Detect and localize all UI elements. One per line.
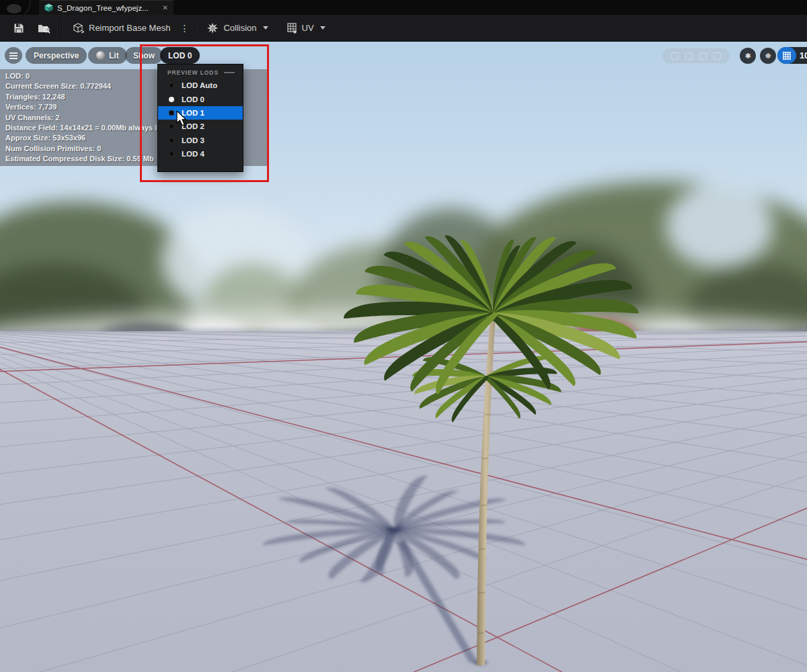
main-toolbar: Reimport Base Mesh ⋮ Collision UV — [0, 15, 807, 42]
perspective-label: Perspective — [34, 51, 79, 60]
screenshot-icon: ✱ — [744, 52, 751, 60]
browse-to-asset-button[interactable] — [31, 15, 57, 42]
chevron-down-icon — [320, 26, 325, 30]
save-button[interactable] — [7, 15, 31, 42]
reimport-mesh-icon — [73, 23, 84, 34]
uv-dropdown-button[interactable]: UV — [280, 15, 332, 42]
browse-folder-icon — [38, 23, 50, 34]
scale-tool-icon[interactable] — [714, 52, 721, 60]
chevron-down-icon — [263, 26, 268, 30]
tree-trunk — [477, 305, 496, 665]
screenshot-button[interactable]: ✱ — [740, 48, 756, 64]
collision-burst-icon — [207, 23, 219, 34]
viewport-menu-button[interactable] — [5, 47, 22, 64]
lit-bulb-icon — [96, 51, 105, 60]
lit-label: Lit — [109, 51, 119, 60]
reimport-base-mesh-label: Reimport Base Mesh — [89, 23, 170, 33]
move-tool-icon[interactable] — [685, 52, 693, 60]
transform-tools-group-disabled — [662, 48, 730, 63]
grid-snap-toggle[interactable] — [777, 47, 796, 64]
tab-bar: S_Dragon_Tree_wfypejz... ✕ — [0, 0, 807, 15]
uv-label: UV — [302, 23, 314, 33]
close-icon[interactable]: ✕ — [163, 4, 168, 11]
camera-speed-control[interactable]: 10 — [777, 47, 807, 64]
lit-mode-button[interactable]: Lit — [88, 47, 127, 64]
mouse-cursor — [176, 111, 191, 128]
tab-title: S_Dragon_Tree_wfypejz... — [57, 4, 149, 12]
reimport-options-kebab-icon[interactable]: ⋮ — [177, 23, 192, 34]
toolbar-separator — [196, 19, 196, 37]
select-tool-icon[interactable] — [671, 52, 679, 60]
particles-icon: ❋ — [765, 52, 771, 60]
save-icon — [13, 23, 24, 34]
rotate-tool-icon[interactable] — [699, 52, 707, 60]
reimport-base-mesh-button[interactable]: Reimport Base Mesh — [66, 15, 177, 42]
static-mesh-editor-window: S_Dragon_Tree_wfypejz... ✕ — [0, 0, 807, 672]
camera-speed-value: 10 — [800, 51, 807, 60]
toolbar-separator — [61, 19, 62, 37]
preview-scene-button[interactable]: ❋ — [760, 48, 776, 64]
static-mesh-icon — [44, 3, 53, 12]
collision-label: Collision — [223, 23, 256, 33]
annotation-highlight-rectangle — [140, 44, 269, 182]
hamburger-icon — [9, 55, 17, 56]
uv-grid-icon — [287, 23, 297, 34]
perspective-button[interactable]: Perspective — [26, 47, 87, 64]
asset-tab[interactable]: S_Dragon_Tree_wfypejz... ✕ — [39, 0, 174, 15]
collision-dropdown-button[interactable]: Collision — [200, 15, 274, 42]
grid-icon — [783, 52, 791, 60]
